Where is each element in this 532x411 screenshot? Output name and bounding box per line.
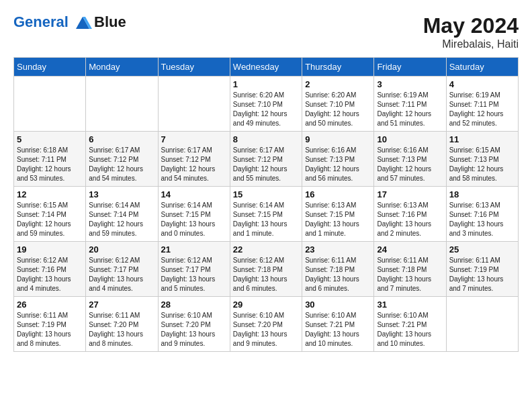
calendar-cell: 26Sunrise: 6:11 AM Sunset: 7:19 PM Dayli… [14,297,86,352]
day-detail: Sunrise: 6:16 AM Sunset: 7:13 PM Dayligh… [305,146,371,183]
logo-icon [73,15,92,30]
calendar-cell: 12Sunrise: 6:15 AM Sunset: 7:14 PM Dayli… [14,187,86,242]
day-number: 24 [377,244,443,255]
week-row-5: 26Sunrise: 6:11 AM Sunset: 7:19 PM Dayli… [14,297,519,352]
day-number: 21 [161,244,227,255]
day-number: 4 [449,79,515,89]
day-number: 8 [233,134,299,144]
week-row-3: 12Sunrise: 6:15 AM Sunset: 7:14 PM Dayli… [14,187,519,242]
calendar-cell: 30Sunrise: 6:10 AM Sunset: 7:21 PM Dayli… [302,297,374,352]
day-number: 7 [161,134,227,144]
day-detail: Sunrise: 6:14 AM Sunset: 7:15 PM Dayligh… [233,201,299,238]
day-detail: Sunrise: 6:13 AM Sunset: 7:16 PM Dayligh… [377,201,443,238]
day-header-wednesday: Wednesday [230,58,302,77]
day-detail: Sunrise: 6:10 AM Sunset: 7:20 PM Dayligh… [161,311,227,349]
day-header-tuesday: Tuesday [158,58,230,77]
day-detail: Sunrise: 6:17 AM Sunset: 7:12 PM Dayligh… [233,146,299,183]
day-detail: Sunrise: 6:13 AM Sunset: 7:16 PM Dayligh… [449,201,515,238]
location-subtitle: Mirebalais, Haiti [423,38,519,50]
day-number: 31 [377,300,443,310]
header-row: SundayMondayTuesdayWednesdayThursdayFrid… [14,58,519,77]
day-number: 9 [305,134,371,144]
day-number: 29 [233,300,299,310]
day-detail: Sunrise: 6:12 AM Sunset: 7:17 PM Dayligh… [161,256,227,293]
calendar-cell: 11Sunrise: 6:15 AM Sunset: 7:13 PM Dayli… [446,132,518,187]
day-number: 22 [233,244,299,255]
day-number: 27 [89,300,154,310]
day-header-thursday: Thursday [302,58,374,77]
calendar-cell: 16Sunrise: 6:13 AM Sunset: 7:15 PM Dayli… [302,187,374,242]
day-detail: Sunrise: 6:11 AM Sunset: 7:20 PM Dayligh… [89,311,154,349]
day-detail: Sunrise: 6:10 AM Sunset: 7:21 PM Dayligh… [377,311,443,349]
day-number: 14 [161,189,227,199]
day-number: 2 [305,79,371,89]
day-header-saturday: Saturday [446,58,518,77]
calendar-cell: 1Sunrise: 6:20 AM Sunset: 7:10 PM Daylig… [230,77,302,132]
calendar-cell: 18Sunrise: 6:13 AM Sunset: 7:16 PM Dayli… [446,187,518,242]
calendar-cell: 25Sunrise: 6:11 AM Sunset: 7:19 PM Dayli… [446,242,518,297]
day-number: 12 [17,189,83,199]
calendar-cell: 19Sunrise: 6:12 AM Sunset: 7:16 PM Dayli… [14,242,86,297]
day-number: 20 [89,244,154,255]
day-number: 11 [449,134,515,144]
calendar-table: SundayMondayTuesdayWednesdayThursdayFrid… [13,57,519,352]
day-header-sunday: Sunday [14,58,86,77]
day-number: 25 [449,244,515,255]
day-detail: Sunrise: 6:15 AM Sunset: 7:14 PM Dayligh… [17,201,83,238]
logo-blue-text: Blue [94,13,126,30]
calendar-cell [446,297,518,352]
day-detail: Sunrise: 6:11 AM Sunset: 7:18 PM Dayligh… [305,256,371,293]
calendar-cell [158,77,230,132]
calendar-cell [86,77,158,132]
calendar-cell: 8Sunrise: 6:17 AM Sunset: 7:12 PM Daylig… [230,132,302,187]
calendar-cell: 22Sunrise: 6:12 AM Sunset: 7:18 PM Dayli… [230,242,302,297]
day-number: 13 [89,189,154,199]
calendar-cell: 17Sunrise: 6:13 AM Sunset: 7:16 PM Dayli… [374,187,446,242]
day-detail: Sunrise: 6:19 AM Sunset: 7:11 PM Dayligh… [377,91,443,128]
week-row-2: 5Sunrise: 6:18 AM Sunset: 7:11 PM Daylig… [14,132,519,187]
day-detail: Sunrise: 6:15 AM Sunset: 7:13 PM Dayligh… [449,146,515,183]
calendar-cell: 24Sunrise: 6:11 AM Sunset: 7:18 PM Dayli… [374,242,446,297]
logo: General Blue [13,13,126,30]
calendar-cell: 15Sunrise: 6:14 AM Sunset: 7:15 PM Dayli… [230,187,302,242]
calendar-cell: 23Sunrise: 6:11 AM Sunset: 7:18 PM Dayli… [302,242,374,297]
page-header: General Blue May 2024 Mirebalais, Haiti [13,13,519,50]
day-number: 30 [305,300,371,310]
logo-text: General [13,13,93,30]
day-detail: Sunrise: 6:11 AM Sunset: 7:19 PM Dayligh… [449,256,515,293]
day-detail: Sunrise: 6:14 AM Sunset: 7:15 PM Dayligh… [161,201,227,238]
day-detail: Sunrise: 6:10 AM Sunset: 7:21 PM Dayligh… [305,311,371,349]
day-number: 18 [449,189,515,199]
calendar-cell: 31Sunrise: 6:10 AM Sunset: 7:21 PM Dayli… [374,297,446,352]
day-number: 28 [161,300,227,310]
calendar-cell: 28Sunrise: 6:10 AM Sunset: 7:20 PM Dayli… [158,297,230,352]
month-title: May 2024 [423,13,519,38]
day-number: 16 [305,189,371,199]
day-number: 6 [89,134,154,144]
day-detail: Sunrise: 6:12 AM Sunset: 7:18 PM Dayligh… [233,256,299,293]
calendar-cell: 4Sunrise: 6:19 AM Sunset: 7:11 PM Daylig… [446,77,518,132]
calendar-cell: 14Sunrise: 6:14 AM Sunset: 7:15 PM Dayli… [158,187,230,242]
day-number: 15 [233,189,299,199]
title-block: May 2024 Mirebalais, Haiti [423,13,519,50]
calendar-cell: 10Sunrise: 6:16 AM Sunset: 7:13 PM Dayli… [374,132,446,187]
day-header-monday: Monday [86,58,158,77]
day-detail: Sunrise: 6:17 AM Sunset: 7:12 PM Dayligh… [89,146,154,183]
day-detail: Sunrise: 6:11 AM Sunset: 7:19 PM Dayligh… [17,311,83,349]
calendar-cell: 7Sunrise: 6:17 AM Sunset: 7:12 PM Daylig… [158,132,230,187]
calendar-cell: 9Sunrise: 6:16 AM Sunset: 7:13 PM Daylig… [302,132,374,187]
day-detail: Sunrise: 6:19 AM Sunset: 7:11 PM Dayligh… [449,91,515,128]
day-detail: Sunrise: 6:18 AM Sunset: 7:11 PM Dayligh… [17,146,83,183]
day-detail: Sunrise: 6:16 AM Sunset: 7:13 PM Dayligh… [377,146,443,183]
day-detail: Sunrise: 6:13 AM Sunset: 7:15 PM Dayligh… [305,201,371,238]
calendar-cell: 27Sunrise: 6:11 AM Sunset: 7:20 PM Dayli… [86,297,158,352]
day-detail: Sunrise: 6:12 AM Sunset: 7:17 PM Dayligh… [89,256,154,293]
week-row-4: 19Sunrise: 6:12 AM Sunset: 7:16 PM Dayli… [14,242,519,297]
day-number: 17 [377,189,443,199]
day-detail: Sunrise: 6:17 AM Sunset: 7:12 PM Dayligh… [161,146,227,183]
day-number: 5 [17,134,83,144]
day-detail: Sunrise: 6:10 AM Sunset: 7:20 PM Dayligh… [233,311,299,349]
calendar-cell: 20Sunrise: 6:12 AM Sunset: 7:17 PM Dayli… [86,242,158,297]
day-number: 26 [17,300,83,310]
calendar-cell: 21Sunrise: 6:12 AM Sunset: 7:17 PM Dayli… [158,242,230,297]
